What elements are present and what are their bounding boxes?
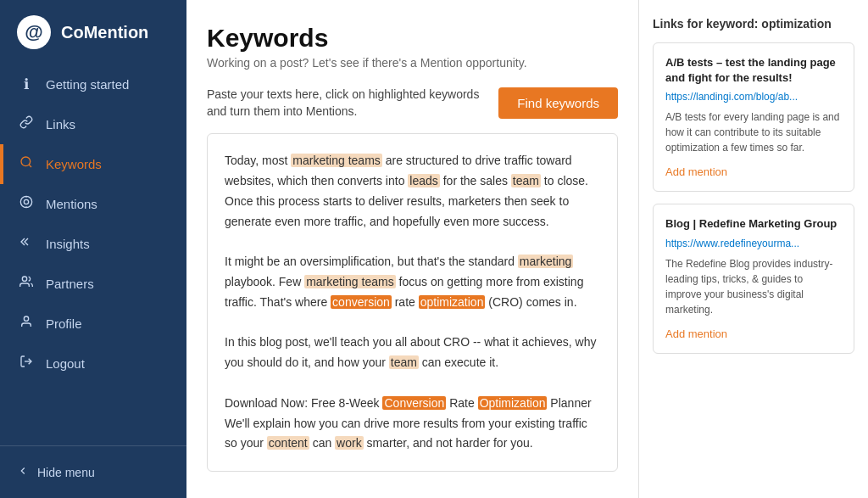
insights-icon [17,235,36,253]
sidebar-item-mentions[interactable]: Mentions [0,184,186,224]
hide-menu-button[interactable]: Hide menu [0,455,186,490]
toolbar-instructions: Paste your texts here, click on highligh… [207,87,498,120]
sidebar: @ CoMention ℹ Getting started Links [0,0,186,498]
links-keyword: optimization [761,17,831,31]
highlight-optimization-1: optimization [419,295,486,309]
sidebar-item-profile[interactable]: Profile [0,304,186,344]
sidebar-item-logout[interactable]: Logout [0,344,186,383]
highlight-leads: leads [408,174,439,187]
paragraph-5: We'll explain how you can drive more res… [225,414,600,455]
toolbar: Paste your texts here, click on highligh… [207,87,618,120]
svg-point-7 [24,316,28,321]
sidebar-item-links[interactable]: Links [0,104,186,144]
mentions-icon [17,195,36,213]
highlight-team-1: team [511,174,541,187]
link-card-1: A/B tests – test the landing page and fi… [653,42,854,192]
highlight-team-2: team [389,355,419,369]
highlight-marketing-1: marketing [518,255,573,268]
link-card-2: Blog | Redefine Marketing Group https://… [653,204,854,353]
paragraph-1: Today, most marketing teams are structur… [225,151,600,232]
paragraph-4: Download Now: Free 8-Week Conversion Rat… [225,394,600,414]
svg-point-3 [20,196,31,207]
chevron-left-icon [17,465,29,479]
sidebar-label-links: Links [46,117,75,131]
sidebar-item-keywords[interactable]: Keywords [0,144,186,184]
sidebar-label-insights: Insights [46,237,90,251]
sidebar-item-partners[interactable]: Partners [0,264,186,304]
hide-menu-label: Hide menu [37,466,95,479]
paragraph-3: In this blog post, we'll teach you all a… [225,333,600,373]
search-icon [17,155,36,173]
info-icon: ℹ [17,76,36,93]
link-card-1-desc: A/B tests for every landing page is and … [665,109,842,155]
highlight-conversion: conversion [331,295,392,309]
highlight-optimization-2: Optimization [478,396,548,410]
content-area: Keywords Working on a post? Let's see if… [186,0,868,498]
highlight-marketing-teams-2: marketing teams [304,275,395,288]
paragraph-2: It might be an oversimplification, but t… [225,252,600,312]
highlight-conversion-2: Conversion [382,396,446,410]
sidebar-label-logout: Logout [46,356,85,371]
link-card-2-url[interactable]: https://www.redefineyourma... [665,238,842,249]
sidebar-item-insights[interactable]: Insights [0,224,186,264]
logo-icon: @ [17,15,51,49]
link-card-1-title: A/B tests – test the landing page and fi… [665,55,842,86]
page-subtitle: Working on a post? Let's see if there's … [207,56,618,70]
sidebar-label-mentions: Mentions [46,197,97,211]
profile-icon [17,315,36,333]
right-panel: Links for keyword: optimization A/B test… [639,0,868,498]
highlight-content: content [267,436,309,450]
sidebar-nav: ℹ Getting started Links Keywords [0,64,186,383]
link-card-2-desc: The Redefine Blog provides industry-lead… [665,256,842,317]
add-mention-button-2[interactable]: Add mention [665,327,727,340]
find-keywords-button[interactable]: Find keywords [498,87,618,119]
svg-line-1 [29,165,31,167]
page-title: Keywords [207,24,618,53]
sidebar-bottom: Hide menu [0,445,186,498]
sidebar-item-getting-started[interactable]: ℹ Getting started [0,64,186,104]
sidebar-label-keywords: Keywords [46,157,102,171]
link-icon [17,115,36,133]
links-header: Links for keyword: optimization [653,17,854,31]
svg-point-0 [21,157,31,166]
svg-point-2 [24,199,28,204]
sidebar-logo: @ CoMention [0,0,186,64]
highlight-marketing-teams-1: marketing teams [291,154,381,167]
main-content: Keywords Working on a post? Let's see if… [186,0,868,498]
article-text-box[interactable]: Today, most marketing teams are structur… [207,133,618,472]
sidebar-label-profile: Profile [46,316,82,331]
highlight-work: work [335,436,364,450]
svg-point-6 [22,277,26,281]
add-mention-button-1[interactable]: Add mention [665,165,727,178]
logo-text: CoMention [61,23,148,42]
logout-icon [17,355,36,372]
sidebar-label-partners: Partners [46,277,94,291]
center-panel: Keywords Working on a post? Let's see if… [186,0,639,498]
link-card-1-url[interactable]: https://landingi.com/blog/ab... [665,91,842,103]
sidebar-label-getting-started: Getting started [46,77,129,92]
link-card-2-title: Blog | Redefine Marketing Group [665,216,842,232]
partners-icon [17,275,36,293]
